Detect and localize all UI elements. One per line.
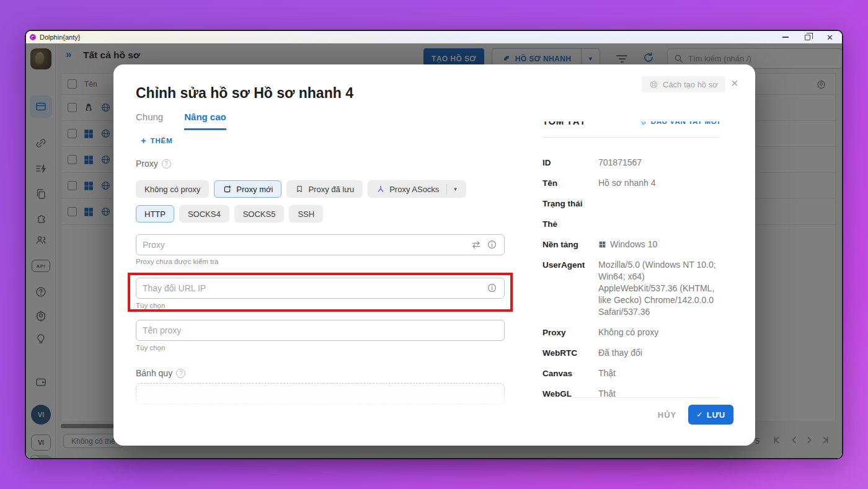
- summary-panel: TÓM TẮT DẤU VÂN TAY MỚI ID 701871567 Tên…: [542, 121, 720, 408]
- summary-row: WebRTC Đã thay đổi: [542, 347, 720, 359]
- annotation-highlight-box: [128, 273, 513, 312]
- summary-row: WebGL Thật: [542, 388, 720, 400]
- proxy-mode-row: Không có proxy Proxy mới Proxy đã lưu Pr…: [136, 180, 466, 198]
- summary-row: Trạng thái: [542, 198, 720, 209]
- desktop-background: Dolphin{anty} ✕: [0, 0, 868, 489]
- new-fingerprint-button[interactable]: DẤU VÂN TAY MỚI: [639, 121, 720, 126]
- proxy-name-input-wrap: [136, 320, 505, 341]
- footer-divider: [542, 397, 720, 398]
- summary-row: Thẻ: [542, 218, 720, 230]
- plus-icon: +: [141, 135, 147, 146]
- asocks-icon: [376, 185, 385, 193]
- protocol-ssh[interactable]: SSH: [289, 205, 323, 222]
- tab-general[interactable]: Chung: [136, 112, 163, 130]
- bookmark-icon: [295, 185, 304, 193]
- summary-divider: [542, 137, 720, 138]
- how-to-create-profile-button[interactable]: Cách tạo hồ sơ: [642, 76, 725, 92]
- modal-title: Chỉnh sửa hồ sơ Hồ sơ nhanh 4: [136, 85, 353, 102]
- cookies-help-icon[interactable]: ?: [176, 369, 185, 378]
- proxy-mode-asocks[interactable]: Proxy ASocks ▼: [368, 180, 466, 198]
- proxy-input[interactable]: [143, 240, 466, 250]
- summary-row: UserAgent Mozilla/5.0 (Windows NT 10.0; …: [542, 259, 720, 318]
- minimize-button[interactable]: [782, 37, 789, 38]
- window-titlebar: Dolphin{anty} ✕: [26, 31, 842, 43]
- lifebuoy-icon: [649, 80, 658, 89]
- modal-tabs: Chung Nâng cao: [136, 112, 226, 130]
- protocol-socks4[interactable]: SOCKS4: [179, 205, 229, 222]
- maximize-button[interactable]: [805, 35, 810, 40]
- proxy-help-icon[interactable]: ?: [162, 159, 171, 169]
- fingerprint-icon: [639, 121, 647, 126]
- asocks-dropdown-icon[interactable]: ▼: [453, 187, 458, 192]
- proxy-mode-saved[interactable]: Proxy đã lưu: [286, 180, 363, 198]
- protocol-row: HTTP SOCKS4 SOCKS5 SSH: [136, 205, 323, 222]
- close-modal-icon[interactable]: ×: [731, 77, 738, 89]
- cancel-button[interactable]: HỦY: [652, 407, 683, 422]
- cookies-label: Bánh quy ?: [136, 368, 185, 378]
- close-window-button[interactable]: ✕: [826, 33, 833, 42]
- window-title: Dolphin{anty}: [40, 33, 80, 41]
- info-icon[interactable]: [487, 239, 498, 250]
- protocol-socks5[interactable]: SOCKS5: [234, 205, 285, 222]
- divider: [446, 184, 447, 194]
- dolphin-anty-logo-icon: [30, 34, 36, 40]
- add-button[interactable]: + THÊM: [141, 135, 172, 146]
- proxy-name-helper-text: Tùy chọn: [136, 344, 165, 351]
- summary-row: Proxy Không có proxy: [542, 327, 720, 338]
- proxy-input-wrap: [136, 234, 505, 255]
- summary-row: Tên Hồ sơ nhanh 4: [542, 177, 720, 189]
- check-icon: ✓: [696, 410, 703, 419]
- summary-title: TÓM TẮT: [542, 121, 585, 126]
- proxy-mode-none[interactable]: Không có proxy: [136, 180, 209, 198]
- content-fade: [126, 385, 523, 425]
- edit-profile-modal: Chỉnh sửa hồ sơ Hồ sơ nhanh 4 Cách tạo h…: [113, 64, 755, 446]
- new-proxy-icon: [223, 185, 232, 194]
- windows-icon: [598, 240, 606, 249]
- protocol-http[interactable]: HTTP: [136, 205, 174, 222]
- summary-row: ID 701871567: [542, 157, 720, 169]
- proxy-mode-new[interactable]: Proxy mới: [214, 180, 281, 198]
- swap-icon[interactable]: [471, 239, 482, 250]
- proxy-section-label: Proxy ?: [136, 159, 171, 169]
- save-button[interactable]: ✓ LƯU: [688, 405, 733, 425]
- summary-header-clip: TÓM TẮT DẤU VÂN TAY MỚI: [542, 121, 720, 136]
- summary-row: Canvas Thật: [542, 368, 720, 379]
- tab-advanced[interactable]: Nâng cao: [184, 112, 226, 130]
- summary-row: Nền tảng Windows 10: [542, 239, 720, 250]
- proxy-name-input[interactable]: [143, 325, 498, 335]
- proxy-helper-text: Proxy chưa được kiểm tra: [136, 258, 219, 265]
